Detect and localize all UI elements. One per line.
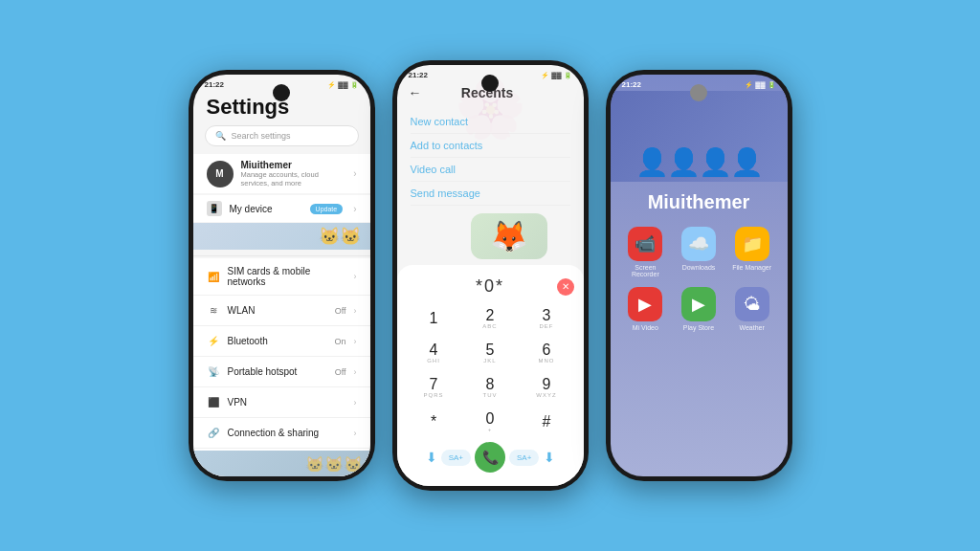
dial-key-hash[interactable]: # bbox=[520, 406, 574, 438]
dial-key-star[interactable]: * bbox=[407, 406, 461, 438]
key-1-main: 1 bbox=[430, 311, 438, 326]
call-icon: 📞 bbox=[482, 450, 499, 465]
settings-item-sim[interactable]: 📶 SIM cards & mobile networks › bbox=[193, 258, 370, 296]
my-device-arrow: › bbox=[353, 204, 356, 214]
mi-video-label: Mi Video bbox=[633, 324, 658, 331]
recent-video-call[interactable]: Video call bbox=[411, 158, 570, 182]
download-icon[interactable]: ⬇ bbox=[426, 450, 437, 465]
app-screen-recorder[interactable]: 📹 Screen Recorder bbox=[624, 227, 668, 277]
dial-key-4[interactable]: 4 GHI bbox=[407, 337, 461, 369]
home-screen: 21:22 ⚡ ▓▓ 🔋 👤👤👤👤 Miuithemer bbox=[611, 75, 788, 476]
dial-key-6[interactable]: 6 MNO bbox=[520, 337, 574, 369]
close-dialpad-button[interactable]: ✕ bbox=[557, 278, 574, 296]
recents-list: New contact Add to contacts Video call S… bbox=[397, 106, 584, 209]
screen-recorder-emoji: 📹 bbox=[635, 233, 656, 254]
play-store-label: Play Store bbox=[683, 324, 714, 331]
mi-video-emoji: ▶ bbox=[638, 294, 652, 315]
settings-item-wlan[interactable]: ≋ WLAN Off › bbox=[193, 296, 370, 326]
bluetooth-icon-2: ⚡ bbox=[541, 72, 549, 79]
app-play-store[interactable]: ▶ Play Store bbox=[677, 287, 721, 331]
status-icons-2: ⚡ ▓▓ 🔋 bbox=[541, 72, 571, 79]
status-icons-3: ⚡ ▓▓ 🔋 bbox=[745, 81, 775, 89]
sim1-button[interactable]: SA+ bbox=[441, 450, 471, 466]
settings-item-vpn[interactable]: ⬛ VPN › bbox=[193, 387, 370, 418]
status-time-3: 21:22 bbox=[622, 80, 641, 89]
sim2-button[interactable]: SA+ bbox=[509, 450, 539, 466]
dial-key-5[interactable]: 5 JKL bbox=[463, 337, 518, 369]
key-hash-main: # bbox=[543, 414, 551, 430]
avatar: M bbox=[207, 161, 234, 187]
profile-row[interactable]: M Miuithemer Manage accounts, cloud serv… bbox=[193, 154, 370, 193]
item-label-connection: Connection & sharing bbox=[228, 428, 346, 438]
screen-recorder-icon: 📹 bbox=[628, 227, 662, 261]
update-badge: Update bbox=[310, 204, 344, 214]
downloads-icon: ☁️ bbox=[681, 227, 716, 261]
camera-notch-2 bbox=[481, 75, 499, 92]
downloads-label: Downloads bbox=[682, 264, 716, 271]
share-icon: 🔗 bbox=[207, 427, 220, 440]
dial-key-2[interactable]: 2 ABC bbox=[463, 302, 518, 335]
key-6-sub: MNO bbox=[539, 358, 555, 364]
arrow-icon-bluetooth: › bbox=[354, 337, 357, 346]
phone-dialer: 21:22 ⚡ ▓▓ 🔋 ← Recents New contact Add t… bbox=[392, 60, 589, 491]
battery-icon-3: 🔋 bbox=[768, 81, 776, 89]
arrow-icon-vpn: › bbox=[354, 398, 357, 408]
settings-item-bluetooth[interactable]: ⚡ Bluetooth On › bbox=[193, 326, 370, 357]
file-manager-emoji: 📁 bbox=[742, 233, 763, 254]
apps-grid-row1: 📹 Screen Recorder ☁️ Downloads 📁 File Ma… bbox=[611, 227, 788, 277]
key-2-sub: ABC bbox=[482, 323, 497, 329]
dial-key-1[interactable]: 1 bbox=[407, 302, 461, 335]
vpn-icon: ⬛ bbox=[207, 396, 220, 409]
close-icon: ✕ bbox=[562, 281, 569, 292]
dialpad-number: *0* bbox=[476, 276, 504, 297]
settings-screen: 21:22 ⚡ ▓▓ 🔋 Settings 🔍 Search settings … bbox=[193, 75, 370, 476]
app-file-manager[interactable]: 📁 File Manager bbox=[730, 227, 774, 277]
recent-send-message[interactable]: Send message bbox=[411, 182, 570, 206]
anime-decoration-2: 🐱🐱🐱 bbox=[193, 451, 370, 476]
search-bar[interactable]: 🔍 Search settings bbox=[205, 125, 359, 146]
divider-1 bbox=[193, 255, 370, 256]
back-button[interactable]: ← bbox=[409, 85, 422, 100]
arrow-icon-hotspot: › bbox=[354, 367, 357, 377]
dial-key-9[interactable]: 9 WXYZ bbox=[520, 371, 574, 404]
bluetooth-icon-3: ⚡ bbox=[745, 81, 753, 89]
key-7-sub: PQRS bbox=[423, 392, 443, 398]
anime-characters-banner: 👤👤👤👤 bbox=[635, 146, 762, 178]
battery-icon-2: 🔋 bbox=[564, 72, 572, 79]
anime-decoration-1: 🐱🐱 bbox=[193, 223, 370, 250]
key-0-main: 0 bbox=[486, 411, 495, 427]
recent-add-contacts[interactable]: Add to contacts bbox=[411, 134, 570, 158]
signal-icon-2: ▓▓ bbox=[551, 72, 561, 78]
dial-key-8[interactable]: 8 TUV bbox=[463, 371, 518, 404]
settings-item-hotspot[interactable]: 📡 Portable hotspot Off › bbox=[193, 357, 370, 387]
hotspot-value: Off bbox=[335, 367, 346, 377]
dial-key-0[interactable]: 0 + bbox=[463, 406, 518, 438]
down-icon[interactable]: ⬇ bbox=[544, 450, 555, 465]
wlan-value: Off bbox=[335, 306, 346, 316]
key-7-main: 7 bbox=[430, 377, 438, 392]
item-label-bluetooth: Bluetooth bbox=[228, 336, 327, 346]
dial-key-7[interactable]: 7 PQRS bbox=[407, 371, 461, 404]
call-button[interactable]: 📞 bbox=[475, 442, 505, 473]
key-5-sub: JKL bbox=[483, 358, 496, 364]
home-title: Miuithemer bbox=[611, 182, 788, 227]
dial-key-3[interactable]: 3 DEF bbox=[520, 302, 574, 335]
phone-settings: 21:22 ⚡ ▓▓ 🔋 Settings 🔍 Search settings … bbox=[189, 70, 375, 481]
profile-arrow-icon: › bbox=[353, 168, 356, 179]
weather-emoji: 🌤 bbox=[744, 295, 761, 315]
status-time-2: 21:22 bbox=[409, 71, 428, 79]
my-device-row[interactable]: 📱 My device Update › bbox=[193, 195, 370, 222]
key-8-sub: TUV bbox=[483, 392, 498, 398]
recent-new-contact[interactable]: New contact bbox=[411, 110, 570, 134]
play-store-emoji: ▶ bbox=[692, 294, 705, 315]
app-downloads[interactable]: ☁️ Downloads bbox=[677, 227, 721, 277]
call-actions: SA+ 📞 SA+ bbox=[441, 442, 540, 473]
key-6-main: 6 bbox=[543, 342, 551, 358]
file-manager-icon: 📁 bbox=[735, 227, 769, 261]
apps-grid-row2: ▶ Mi Video ▶ Play Store 🌤 Weather bbox=[611, 287, 788, 331]
app-mi-video[interactable]: ▶ Mi Video bbox=[624, 287, 668, 331]
settings-item-connection[interactable]: 🔗 Connection & sharing › bbox=[193, 418, 370, 449]
file-manager-label: File Manager bbox=[732, 264, 771, 271]
profile-subtitle: Manage accounts, cloud services, and mor… bbox=[241, 170, 346, 187]
app-weather[interactable]: 🌤 Weather bbox=[730, 287, 774, 331]
